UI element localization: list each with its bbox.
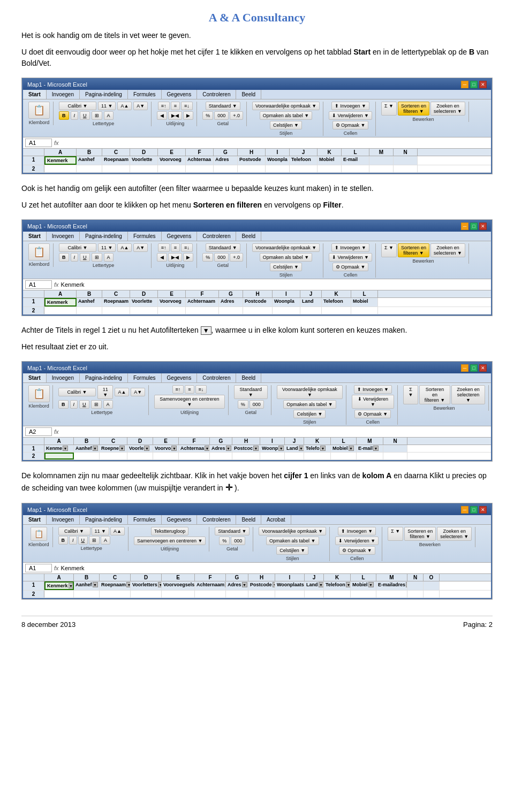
cell-b1-3[interactable]: Aanhef▼ xyxy=(74,445,100,452)
plakken-btn-4[interactable]: 📋 xyxy=(31,527,47,541)
cell-l2-2[interactable] xyxy=(351,307,378,314)
celstijlen-btn[interactable]: Celstijlen ▼ xyxy=(270,121,302,129)
cell-h2-1[interactable] xyxy=(238,165,266,172)
tab-beeld-1[interactable]: Beeld xyxy=(236,90,261,99)
cell-c1-4[interactable]: Roepnaam▼ xyxy=(100,581,131,590)
fill-btn-3[interactable]: A xyxy=(103,400,113,409)
cell-c2-2[interactable] xyxy=(102,307,130,314)
cell-h2-3[interactable] xyxy=(232,453,260,459)
cell-m2-3[interactable] xyxy=(357,453,383,459)
cell-o2-4[interactable] xyxy=(424,591,440,597)
voorwaardelijke-btn[interactable]: Voorwaardelijke opmkaak ▼ xyxy=(252,102,320,110)
cell-h1-2[interactable]: Postcode xyxy=(243,298,273,307)
tab-start-1[interactable]: Start xyxy=(23,90,47,99)
plakken-btn[interactable]: 📋 xyxy=(28,102,50,119)
border-btn-3[interactable]: ⊞ xyxy=(91,400,102,409)
cell-b2-3[interactable] xyxy=(74,453,100,459)
opmaak-cellen-4[interactable]: ⚙ Opmaak ▼ xyxy=(339,546,375,555)
cell-k2-2[interactable] xyxy=(322,307,351,314)
comma-btn-4[interactable]: 000 xyxy=(231,537,245,545)
cell-f1-2[interactable]: Achternaam xyxy=(186,298,219,307)
cell-a1-1[interactable]: Kenmerk xyxy=(44,156,77,165)
opmaken-als-tabel-4[interactable]: Opmaken als tabel ▼ xyxy=(266,537,319,545)
cell-i1-2[interactable]: Woonpla xyxy=(273,298,300,307)
sort-btn[interactable]: Sorteren enfilteren ▼ xyxy=(398,102,429,116)
cell-f1-3[interactable]: Achternaa▼ xyxy=(179,445,210,452)
cell-f1-1[interactable]: Achternaa xyxy=(186,156,214,165)
cell-j1-4[interactable]: Land▼ xyxy=(305,581,324,590)
samenvoegen-btn[interactable]: Samenvoegen en centreren ▼ xyxy=(134,537,206,545)
number-format-2[interactable]: Standaard ▼ xyxy=(206,243,240,252)
opmaken-als-tabel-2[interactable]: Opmaken als tabel ▼ xyxy=(260,253,312,262)
cell-d2-2[interactable] xyxy=(130,307,158,314)
inc-dec[interactable]: +.0 xyxy=(230,111,243,120)
cell-d1-3[interactable]: Voorle▼ xyxy=(127,445,153,452)
align-bot-3[interactable]: ≡↓ xyxy=(195,385,207,394)
tab-acrobat-4[interactable]: Acrobat xyxy=(261,515,291,524)
align-right-2[interactable]: ▶ xyxy=(183,253,193,262)
italic-btn[interactable]: I xyxy=(71,111,79,120)
cell-e2-2[interactable] xyxy=(158,307,186,314)
plakken-btn-2[interactable]: 📋 xyxy=(28,243,50,261)
zoeken-btn-3[interactable]: Zoeken enselecteren ▼ xyxy=(451,385,485,404)
tab-controleren-4[interactable]: Controleren xyxy=(197,515,236,524)
font-shrink-3[interactable]: A▼ xyxy=(131,388,145,396)
close-btn-4[interactable]: ✕ xyxy=(479,506,487,514)
align-top-3[interactable]: ≡↑ xyxy=(172,385,184,394)
cell-m1-4[interactable]: E-mailadres▼ xyxy=(376,581,407,590)
verwijderen-cellen-3[interactable]: ⬇ Verwijderen ▼ xyxy=(352,395,394,409)
cell-e1-4[interactable]: Voorvoegsels▼ xyxy=(162,581,195,590)
font-size-2[interactable]: 11 ▼ xyxy=(98,243,116,252)
tab-gegevens-1[interactable]: Gegevens xyxy=(162,90,198,99)
tab-controleren-3[interactable]: Controleren xyxy=(197,373,236,382)
maximize-btn-4[interactable]: □ xyxy=(470,506,478,514)
align-mid-3[interactable]: ≡ xyxy=(185,385,194,394)
cell-ref-2[interactable]: A1 xyxy=(25,280,52,289)
cell-d1-4[interactable]: Voorletters▼ xyxy=(131,581,162,590)
cell-h1-3[interactable]: Postcoc▼ xyxy=(232,445,260,452)
cell-j1-2[interactable]: Land xyxy=(300,298,322,307)
cell-j2-1[interactable] xyxy=(290,165,318,172)
zoeken-btn[interactable]: Zoeken enselecteren ▼ xyxy=(430,102,465,116)
cell-a2-2[interactable] xyxy=(44,307,77,314)
tab-formules-2[interactable]: Formules xyxy=(128,232,162,241)
sigma-btn-2[interactable]: Σ ▼ xyxy=(381,243,397,257)
underline-btn-3[interactable]: U xyxy=(79,400,89,409)
cell-f2-3[interactable] xyxy=(179,453,210,459)
cell-a1-3[interactable]: Kenme▼ xyxy=(44,445,74,452)
tab-invoegen-2[interactable]: Invoegen xyxy=(47,232,80,241)
cell-i1-3[interactable]: Woonp▼ xyxy=(260,445,285,452)
cell-d1-1[interactable]: Voorlette xyxy=(130,156,158,165)
inc-dec-2[interactable]: +.0 xyxy=(230,253,243,262)
cell-m1-3[interactable]: E-mail▼ xyxy=(357,445,383,452)
border-btn[interactable]: ⊞ xyxy=(92,111,102,120)
tab-gegevens-3[interactable]: Gegevens xyxy=(162,373,198,382)
tab-start-3[interactable]: Start xyxy=(23,373,47,382)
cell-d2-4[interactable] xyxy=(131,591,162,597)
cell-g2-4[interactable] xyxy=(226,591,248,597)
zoeken-btn-4[interactable]: Zoeken enselecteren ▼ xyxy=(437,527,472,541)
celstijlen-btn-2[interactable]: Celstijlen ▼ xyxy=(270,263,302,271)
number-format-3[interactable]: Standaard ▼ xyxy=(234,385,268,399)
minimize-btn[interactable]: ─ xyxy=(461,81,468,88)
font-grow-4[interactable]: A▲ xyxy=(110,527,125,535)
cell-l2-4[interactable] xyxy=(351,591,376,597)
cell-e1-3[interactable]: Voorvo▼ xyxy=(153,445,179,452)
cell-b2-1[interactable] xyxy=(77,165,102,172)
font-selector-2[interactable]: Calibri ▼ xyxy=(59,243,96,252)
comma-btn-3[interactable]: 000 xyxy=(250,400,264,409)
cell-c2-4[interactable] xyxy=(100,591,131,597)
cell-j1-3[interactable]: Land▼ xyxy=(285,445,304,452)
sigma-btn[interactable]: Σ ▼ xyxy=(381,102,397,116)
tab-pagina-3[interactable]: Pagina-indeling xyxy=(80,373,128,382)
tab-pagina-4[interactable]: Pagina-indeling xyxy=(80,515,128,524)
align-bot[interactable]: ≡↓ xyxy=(181,102,193,110)
fill-btn-4[interactable]: A xyxy=(101,536,110,545)
voorwaardelijke-btn-3[interactable]: Voorwaardelijke opmkaak ▼ xyxy=(277,385,343,399)
underline-btn-2[interactable]: U xyxy=(80,253,90,262)
font-grow-2[interactable]: A▲ xyxy=(117,243,132,252)
tab-beeld-4[interactable]: Beeld xyxy=(236,515,261,524)
cell-d2-1[interactable] xyxy=(130,165,158,172)
font-selector-4[interactable]: Calibri ▼ xyxy=(58,527,90,535)
align-right[interactable]: ▶ xyxy=(183,111,193,120)
